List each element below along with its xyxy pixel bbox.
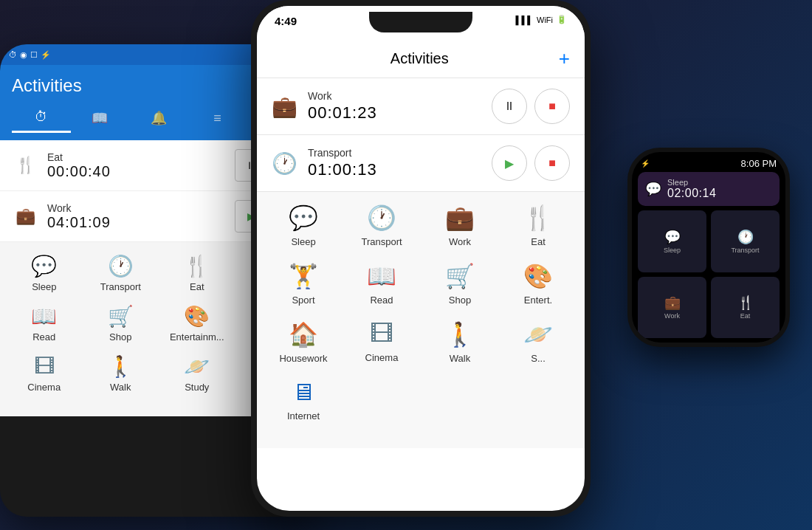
ios-work-stop-button[interactable]: ■ [534, 89, 570, 124]
watch-work-label: Work [664, 312, 680, 320]
watch-active-time: 02:00:14 [667, 187, 716, 200]
watch-transport-label: Transport [731, 247, 759, 254]
ios-screen: 4:49 ▌▌▌ WiFi 🔋 + Activities + 💼 Work 00… [257, 6, 585, 511]
ios-sleep-icon: 💬 [289, 204, 318, 232]
watch-active-activity: 💬 Sleep 02:00:14 [638, 172, 780, 206]
ios-work-info: Work 00:01:23 [308, 90, 492, 123]
ios-cinema-label: Cinema [365, 352, 399, 363]
cinema-grid-icon: 🎞 [34, 354, 55, 379]
ios-header: + Activities + [257, 43, 585, 78]
ios-work-grid-icon: 💼 [445, 204, 475, 232]
ios-grid-row-2: 🏋 Sport 📖 Read 🛒 Shop 🎨 Entert. [264, 262, 577, 306]
grid-item-walk[interactable]: 🚶 Walk [91, 354, 150, 393]
grid-item-cinema[interactable]: 🎞 Cinema [15, 354, 74, 393]
ios-eat-grid-icon: 🍴 [523, 204, 553, 232]
watch-eat-label: Eat [740, 312, 751, 320]
ios-transport-icon: 🕐 [272, 151, 297, 176]
ios-grid-empty-2 [427, 379, 493, 421]
ios-grid-sleep[interactable]: 💬 Sleep [270, 204, 337, 247]
ios-work-pause-button[interactable]: ⏸ [492, 89, 527, 124]
ios-grid-cinema[interactable]: 🎞 Cinema [348, 320, 415, 364]
ios-transport-play-button[interactable]: ▶ [492, 145, 527, 181]
ios-grid-row-1: 💬 Sleep 🕐 Transport 💼 Work 🍴 Eat [264, 204, 577, 247]
watch-grid-eat[interactable]: 🍴 Eat [711, 277, 780, 339]
transport-grid-icon: 🕐 [108, 254, 134, 278]
shop-grid-icon: 🛒 [108, 304, 134, 328]
watch-active-name: Sleep [667, 178, 716, 187]
grid-item-study[interactable]: 🪐 Study [168, 354, 227, 393]
eat-info: Eat 00:00:40 [47, 151, 235, 180]
ios-work-name: Work [308, 90, 492, 102]
ios-work-label: Work [449, 236, 471, 247]
ios-add-button[interactable]: + [559, 47, 570, 70]
ios-grid-sport[interactable]: 🏋 Sport [270, 262, 337, 306]
ios-sleep-label: Sleep [291, 236, 315, 247]
ios-entertainment-label: Entert. [524, 295, 552, 306]
ios-transport-info: Transport 01:00:13 [308, 147, 492, 179]
tab-bell[interactable]: 🔔 [129, 104, 188, 132]
work-name: Work [47, 202, 235, 214]
ios-battery-icon: 🔋 [557, 15, 567, 24]
ios-transport-grid-icon: 🕐 [367, 204, 396, 232]
ios-walk-label: Walk [450, 353, 470, 364]
ios-grid-read[interactable]: 📖 Read [348, 262, 415, 306]
ios-grid-walk[interactable]: 🚶 Walk [427, 320, 493, 364]
ios-read-grid-icon: 📖 [367, 262, 396, 290]
watch-active-icon: 💬 [645, 181, 661, 197]
watch-grid-transport[interactable]: 🕐 Transport [711, 210, 780, 272]
grid-item-read[interactable]: 📖 Read [15, 304, 74, 343]
ios-app-title: Activities [390, 50, 449, 67]
cinema-grid-label: Cinema [27, 382, 61, 393]
watch-eat-icon: 🍴 [737, 295, 754, 311]
tab-book[interactable]: 📖 [71, 104, 130, 132]
watch-grid: 💬 Sleep 🕐 Transport 💼 Work 🍴 Eat [632, 210, 785, 343]
ios-grid-row-3: 🏠 Housework 🎞 Cinema 🚶 Walk 🪐 S... [264, 320, 577, 364]
ios-grid-internet[interactable]: 🖥 Internet [270, 379, 337, 421]
watch-sleep-icon: 💬 [664, 229, 681, 245]
ios-internet-grid-icon: 🖥 [292, 379, 315, 406]
read-grid-label: Read [32, 331, 55, 343]
ios-work-controls: ⏸ ■ [492, 89, 570, 124]
walk-grid-label: Walk [110, 382, 131, 393]
tab-list[interactable]: ≡ [188, 105, 247, 132]
grid-item-transport[interactable]: 🕐 Transport [91, 254, 150, 292]
ios-grid-transport[interactable]: 🕐 Transport [348, 204, 415, 247]
ios-eat-label: Eat [531, 236, 546, 247]
watch-grid-sleep[interactable]: 💬 Sleep [638, 210, 706, 272]
watch-work-icon: 💼 [664, 295, 681, 311]
grid-item-sleep[interactable]: 💬 Sleep [15, 254, 74, 292]
ios-transport-controls: ▶ ■ [492, 145, 570, 181]
sleep-grid-icon: 💬 [31, 254, 57, 278]
ios-phone: 4:49 ▌▌▌ WiFi 🔋 + Activities + 💼 Work 00… [251, 0, 591, 517]
grid-item-eat[interactable]: 🍴 Eat [168, 254, 227, 292]
status-icon-nfc: ☐ [30, 50, 38, 60]
ios-shop-grid-icon: 🛒 [445, 262, 475, 290]
walk-grid-icon: 🚶 [108, 354, 134, 379]
android-status-left-icons: ⏱ ◉ ☐ ⚡ [9, 50, 51, 60]
work-info: Work 04:01:09 [47, 202, 235, 231]
grid-item-entertainment[interactable]: 🎨 Entertainm... [168, 304, 227, 343]
eat-icon: 🍴 [12, 152, 38, 179]
watch-active-info: Sleep 02:00:14 [667, 178, 716, 200]
ios-cinema-grid-icon: 🎞 [370, 320, 393, 348]
apple-watch: ⚡ 8:06 PM 💬 Sleep 02:00:14 💬 Sleep 🕐 Tra… [627, 148, 790, 347]
grid-item-shop[interactable]: 🛒 Shop [91, 304, 150, 343]
ios-grid-eat[interactable]: 🍴 Eat [505, 204, 571, 247]
ios-grid-study[interactable]: 🪐 S... [505, 320, 571, 364]
ios-housework-grid-icon: 🏠 [289, 320, 318, 348]
ios-grid-work[interactable]: 💼 Work [427, 204, 493, 247]
tab-timer[interactable]: ⏱ [12, 103, 71, 133]
work-time: 04:01:09 [47, 214, 235, 231]
ios-grid-entertainment[interactable]: 🎨 Entert. [505, 262, 571, 306]
ios-study-grid-icon: 🪐 [523, 320, 553, 348]
ios-status-time: 4:49 [275, 15, 297, 27]
ios-grid-shop[interactable]: 🛒 Shop [427, 262, 493, 306]
sleep-grid-label: Sleep [32, 281, 56, 292]
study-grid-label: Study [185, 382, 209, 393]
ios-transport-stop-button[interactable]: ■ [534, 145, 570, 181]
ios-grid-housework[interactable]: 🏠 Housework [270, 320, 337, 364]
ios-transport-name: Transport [308, 147, 492, 159]
watch-grid-work[interactable]: 💼 Work [638, 277, 706, 339]
ios-work-time: 00:01:23 [308, 103, 492, 123]
ios-study-label: S... [531, 353, 546, 364]
